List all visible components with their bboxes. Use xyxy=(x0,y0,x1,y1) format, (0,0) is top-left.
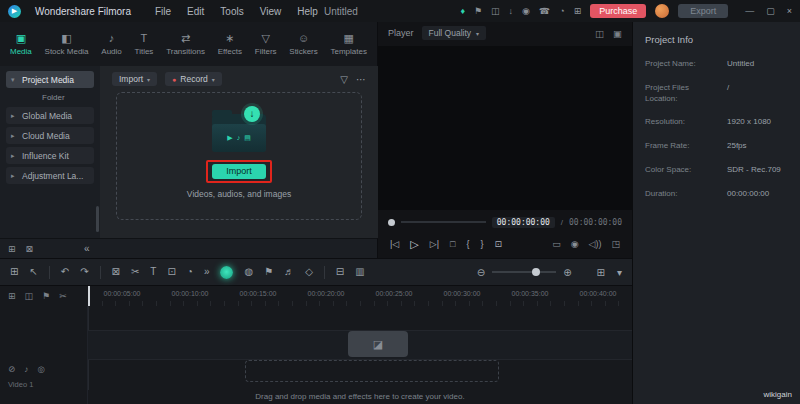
track-control-icon[interactable]: ◎ xyxy=(37,364,44,374)
more-tools-icon[interactable]: » xyxy=(204,266,210,278)
next-frame-icon[interactable]: ▷| xyxy=(430,239,439,249)
output-controls: ▭ ◉ ◁)) ◳ xyxy=(552,239,620,249)
screen-record-icon[interactable]: ◉ xyxy=(522,6,530,16)
mask-icon[interactable]: ◍ xyxy=(244,266,253,278)
seek-bar[interactable]: 00:00:00:00 / 00:00:00:00 xyxy=(378,212,632,232)
render-preview-icon[interactable]: ⊟ xyxy=(336,266,344,278)
menu-item[interactable]: Help xyxy=(297,6,318,17)
tab-item[interactable]: ▦ Templates xyxy=(331,33,367,56)
timeline-ruler[interactable]: 00:00:05:0000:00:10:0000:00:15:0000:00:2… xyxy=(88,286,632,306)
info-field-value: / xyxy=(727,83,788,105)
seek-handle[interactable] xyxy=(388,219,395,226)
seek-track[interactable] xyxy=(401,221,486,223)
zoom-in-icon[interactable]: ⊕ xyxy=(563,267,571,278)
sidebar-scrollbar[interactable] xyxy=(96,206,99,232)
playhead[interactable] xyxy=(88,286,90,306)
import-dropzone[interactable]: ▶ ♪ ▤ ↓ Import Videos, audios, and image… xyxy=(116,92,362,220)
info-field-value: 00:00:00:00 xyxy=(727,189,788,200)
minimize-button[interactable]: — xyxy=(745,6,754,16)
track-control-icon[interactable]: ♪ xyxy=(24,364,28,374)
tab-item[interactable]: ☺ Stickers xyxy=(289,33,317,56)
toolbar-right: ⊞ ▾ xyxy=(597,267,622,278)
tab-item[interactable]: ⇄ Transitions xyxy=(166,33,205,56)
timeline-tool-icon[interactable]: ✂ xyxy=(59,291,67,301)
fullscreen-icon[interactable]: ◳ xyxy=(611,239,620,249)
quality-dropdown[interactable]: Full Quality ▾ xyxy=(422,26,487,40)
close-button[interactable]: × xyxy=(787,6,792,16)
track-height-icon[interactable]: ▥ xyxy=(355,266,364,278)
sidebar-item[interactable]: ▸ Global Media xyxy=(6,107,94,124)
new-folder-icon[interactable]: ⊞ xyxy=(8,244,16,254)
apps-icon[interactable]: ⊞ xyxy=(574,6,582,16)
export-button[interactable]: Export xyxy=(678,4,728,18)
redo-icon[interactable]: ↷ xyxy=(80,266,88,278)
media-sidebar: ▾ Project Media Folder ▸ Global Media ▸ … xyxy=(0,66,100,238)
menu-item[interactable]: Tools xyxy=(220,6,243,17)
more-options-icon[interactable]: ⋯ xyxy=(356,74,366,85)
beat-detect-icon[interactable]: ♬ xyxy=(284,266,294,278)
info-field-label: Duration: xyxy=(645,189,717,200)
previous-frame-icon[interactable]: |◁ xyxy=(390,239,399,249)
display-device-icon[interactable]: ▭ xyxy=(552,239,561,249)
collapse-sidebar-icon[interactable]: « xyxy=(84,243,90,254)
maximize-button[interactable]: ▢ xyxy=(766,6,775,16)
zoom-slider-handle[interactable] xyxy=(532,268,540,276)
import-button[interactable]: Import xyxy=(212,164,266,179)
tab-item[interactable]: ∗ Effects xyxy=(218,33,242,56)
import-dropdown[interactable]: Import ▾ xyxy=(112,72,157,86)
purchase-button[interactable]: Purchase xyxy=(590,4,646,18)
tab-item[interactable]: T Titles xyxy=(135,33,154,56)
track-control-icon[interactable]: ⊘ xyxy=(8,364,15,374)
text-tool-icon[interactable]: T xyxy=(150,266,156,278)
mark-out-icon[interactable]: } xyxy=(480,239,483,249)
timeline-tool-icon[interactable]: ⊞ xyxy=(8,291,16,301)
whats-new-icon[interactable]: ⚑ xyxy=(474,6,482,16)
toolbar-menu-caret-icon[interactable]: ▾ xyxy=(617,267,622,278)
tab-item[interactable]: ♪ Audio xyxy=(101,33,121,56)
notifications-icon[interactable]: ◔ xyxy=(559,6,564,16)
marker-icon[interactable]: ⚑ xyxy=(264,266,273,278)
sidebar-item[interactable]: Folder xyxy=(26,91,94,104)
undo-icon[interactable]: ↶ xyxy=(61,266,69,278)
filter-icon[interactable]: ▽ xyxy=(340,74,348,85)
mark-in-icon[interactable]: { xyxy=(466,239,469,249)
sidebar-item[interactable]: ▸ Adjustment La... xyxy=(6,167,94,184)
timeline-tool-icon[interactable]: ⚑ xyxy=(42,291,50,301)
zoom-slider[interactable] xyxy=(492,271,556,273)
support-icon[interactable]: ☎ xyxy=(539,6,550,16)
menu-item[interactable]: Edit xyxy=(187,6,204,17)
snapshot-icon[interactable]: ◉ xyxy=(571,239,579,249)
tab-item[interactable]: ▣ Media xyxy=(10,33,32,56)
sidebar-item[interactable]: ▾ Project Media xyxy=(6,71,94,88)
sidebar-item[interactable]: ▸ Cloud Media xyxy=(6,127,94,144)
stop-icon[interactable]: □ xyxy=(450,239,455,249)
delete-icon[interactable]: ⊠ xyxy=(112,266,120,278)
tab-item[interactable]: ▽ Filters xyxy=(255,33,277,56)
select-tool-icon[interactable]: ↖ xyxy=(29,266,37,278)
avatar[interactable] xyxy=(655,4,669,18)
volume-icon[interactable]: ◁)) xyxy=(589,239,602,249)
layout-icon[interactable]: ◫ xyxy=(491,6,500,16)
timeline-layout-icon[interactable]: ⊞ xyxy=(597,267,605,278)
tab-item[interactable]: ◧ Stock Media xyxy=(45,33,89,56)
frame-grab-icon[interactable]: ▣ xyxy=(613,28,622,39)
timeline-tool-icon[interactable]: ◫ xyxy=(25,291,34,301)
menu-item[interactable]: View xyxy=(260,6,282,17)
speed-icon[interactable]: ◔ xyxy=(187,266,193,278)
split-icon[interactable]: ✂ xyxy=(131,266,139,278)
record-dropdown[interactable]: ● Record ▾ xyxy=(165,72,222,86)
sidebar-item[interactable]: ▸ Influence Kit xyxy=(6,147,94,164)
keyframe-icon[interactable]: ◇ xyxy=(305,266,313,278)
menu-item[interactable]: File xyxy=(155,6,171,17)
ai-copilot-icon[interactable] xyxy=(220,266,233,279)
workspace-icon[interactable]: ⊞ xyxy=(10,266,18,278)
crop-preview-icon[interactable]: ⊡ xyxy=(494,239,502,249)
delete-icon[interactable]: ⊠ xyxy=(26,244,34,254)
zoom-out-icon[interactable]: ⊖ xyxy=(477,267,485,278)
play-icon[interactable]: ▷ xyxy=(410,238,418,251)
compare-view-icon[interactable]: ◫ xyxy=(595,28,604,39)
gift-icon[interactable]: ♦ xyxy=(460,6,465,16)
crop-icon[interactable]: ⊡ xyxy=(167,266,175,278)
timeline-drop-zone[interactable] xyxy=(245,360,499,382)
download-icon[interactable]: ↓ xyxy=(509,6,514,16)
